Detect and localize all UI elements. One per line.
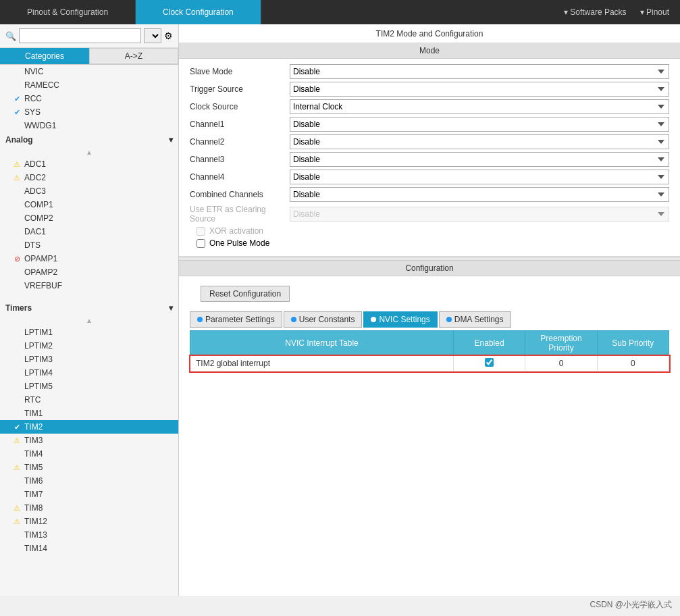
right-panel: TIM2 Mode and Configuration Mode Slave M… [179,24,680,596]
clock-source-row: Clock Source Internal Clock [190,99,669,114]
channel2-select[interactable]: Disable [290,134,669,149]
tab-dma-settings[interactable]: DMA Settings [439,311,511,328]
sidebar-search: 🔍 ⚙ [0,24,178,48]
sidebar-item-adc3[interactable]: ADC3 [0,184,178,198]
sidebar-item-wwdg1[interactable]: WWDG1 [0,119,178,132]
tab-parameter-settings[interactable]: Parameter Settings [190,311,282,328]
channel1-select[interactable]: Disable [290,117,669,132]
sub-priority-cell[interactable]: 0 [597,356,669,371]
sidebar-item-lptim3[interactable]: LPTIM3 [0,353,178,366]
group-header-timers[interactable]: Timers ▾ [0,301,178,315]
interrupt-name-cell: TIM2 global interrupt [190,356,454,371]
sidebar-item-tim8[interactable]: ⚠ TIM8 [0,501,178,515]
top-nav: Pinout & Configuration Clock Configurati… [0,0,680,24]
tab-clock[interactable]: Clock Configuration [136,0,261,24]
search-input[interactable] [19,28,141,43]
sidebar-item-comp1[interactable]: COMP1 [0,198,178,211]
software-packs-link[interactable]: ▾ Software Packs [564,7,627,17]
sidebar-item-lptim5[interactable]: LPTIM5 [0,380,178,393]
enabled-checkbox[interactable] [485,358,494,367]
sidebar-item-tim13[interactable]: TIM13 [0,528,178,542]
panel-title: TIM2 Mode and Configuration [179,24,680,43]
sidebar-item-opamp2[interactable]: OPAMP2 [0,265,178,279]
xor-activation-checkbox [197,227,205,236]
sidebar-tabs: Categories A->Z [0,48,178,65]
sidebar-item-adc1[interactable]: ⚠ ADC1 [0,157,178,171]
dma-settings-dot [446,317,452,322]
tab-categories[interactable]: Categories [0,48,89,64]
sidebar-item-opamp1[interactable]: ⊘ OPAMP1 [0,252,178,265]
sidebar-item-sys[interactable]: ✔ SYS [0,105,178,119]
reset-btn-container: Reset Configuration [179,276,680,311]
sidebar-item-vrefbuf[interactable]: VREFBUF [0,279,178,292]
combined-channels-select[interactable]: Disable [290,187,669,202]
sidebar-item-lptim4[interactable]: LPTIM4 [0,366,178,380]
sidebar-item-tim5[interactable]: ⚠ TIM5 [0,461,178,474]
parameter-settings-dot [197,317,203,322]
slave-mode-row: Slave Mode Disable [190,64,669,79]
one-pulse-mode-checkbox[interactable] [197,239,205,248]
preemption-priority-cell[interactable]: 0 [525,356,597,371]
scroll-up-hint-timers: ▲ [0,315,178,326]
adc2-status-icon: ⚠ [12,174,22,182]
tim12-status-icon: ⚠ [12,517,22,526]
channel4-label: Channel4 [190,172,284,182]
top-nav-right: ▾ Software Packs ▾ Pinout [553,0,680,24]
tab-nvic-settings[interactable]: NVIC Settings [363,311,437,328]
sidebar-item-tim7[interactable]: TIM7 [0,488,178,501]
search-dropdown[interactable] [144,28,161,43]
etr-clearing-row: Use ETR as Clearing Source Disable [190,205,669,224]
sidebar-item-adc2[interactable]: ⚠ ADC2 [0,171,178,184]
sidebar-item-tim14[interactable]: TIM14 [0,542,178,555]
sidebar-item-rtc[interactable]: RTC [0,393,178,407]
sidebar-item-dac1[interactable]: DAC1 [0,225,178,238]
combined-channels-row: Combined Channels Disable [190,187,669,202]
sidebar-item-rcc[interactable]: ✔ RCC [0,92,178,105]
trigger-source-select[interactable]: Disable [290,82,669,97]
xor-activation-row: XOR activation [190,226,669,236]
channel3-select[interactable]: Disable [290,152,669,167]
slave-mode-label: Slave Mode [190,67,284,76]
etr-clearing-label: Use ETR as Clearing Source [190,205,284,224]
sidebar-item-comp2[interactable]: COMP2 [0,211,178,225]
tim2-status-icon: ✔ [12,423,22,432]
col-header-interrupt: NVIC Interrupt Table [190,331,454,356]
sidebar-item-lptim2[interactable]: LPTIM2 [0,339,178,353]
trigger-source-label: Trigger Source [190,84,284,94]
enabled-cell [453,356,525,371]
search-icon: 🔍 [5,31,16,41]
pinout-link[interactable]: ▾ Pinout [640,7,669,17]
reset-configuration-button[interactable]: Reset Configuration [201,286,290,302]
sidebar-item-tim4[interactable]: TIM4 [0,447,178,461]
rcc-status-icon: ✔ [12,95,22,103]
sidebar-item-dts[interactable]: DTS [0,238,178,252]
clock-source-select[interactable]: Internal Clock [290,99,669,114]
watermark: CSDN @小光学嵌入式 [590,599,672,611]
opamp1-status-icon: ⊘ [12,255,22,263]
tab-az[interactable]: A->Z [89,48,178,64]
slave-mode-select[interactable]: Disable [290,64,669,79]
channel1-label: Channel1 [190,120,284,129]
combined-channels-label: Combined Channels [190,190,284,199]
tab-pinout[interactable]: Pinout & Configuration [0,0,136,24]
col-header-preemption: Preemption Priority [525,331,597,356]
adc1-status-icon: ⚠ [12,160,22,169]
table-row: TIM2 global interrupt 0 0 [190,356,669,371]
group-header-analog[interactable]: Analog ▾ [0,132,178,147]
sidebar-item-tim12[interactable]: ⚠ TIM12 [0,515,178,528]
channel4-select[interactable]: Disable [290,170,669,184]
sidebar-item-tim2[interactable]: ✔ TIM2 [0,420,178,434]
tab-user-constants[interactable]: User Constants [284,311,363,328]
config-tabs: Parameter Settings User Constants NVIC S… [179,311,680,328]
channel1-row: Channel1 Disable [190,117,669,132]
sidebar-item-tim3[interactable]: ⚠ TIM3 [0,434,178,447]
tim3-status-icon: ⚠ [12,436,22,445]
sidebar-item-tim6[interactable]: TIM6 [0,474,178,488]
chevron-down-icon: ▾ [169,135,173,145]
gear-icon[interactable]: ⚙ [164,30,173,41]
sidebar-item-tim1[interactable]: TIM1 [0,407,178,420]
sidebar-item-nvic[interactable]: NVIC [0,65,178,78]
sidebar-item-ramecc[interactable]: RAMECC [0,78,178,92]
sidebar-item-lptim1[interactable]: LPTIM1 [0,326,178,339]
nvic-interrupt-table: NVIC Interrupt Table Enabled Preemption … [190,330,669,371]
